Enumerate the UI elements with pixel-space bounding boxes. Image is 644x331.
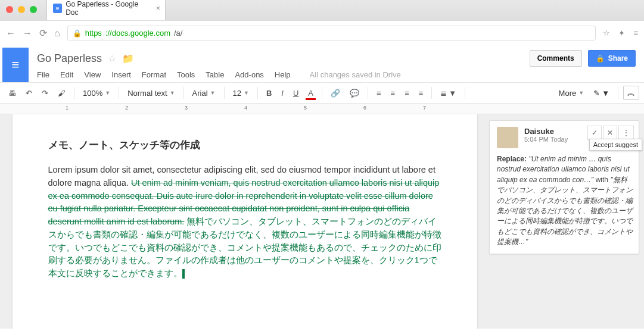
window-controls [6, 6, 37, 13]
editing-mode-button[interactable]: ✎▼ [590, 86, 613, 100]
link-button[interactable]: 🔗 [327, 86, 344, 100]
comments-button[interactable]: Comments [530, 50, 582, 67]
chrome-menu-icon[interactable]: ≡ [633, 29, 638, 38]
menu-edit[interactable]: Edit [60, 70, 73, 79]
bookmark-icon[interactable]: ☆ [603, 29, 610, 38]
redo-button[interactable]: ↷ [38, 86, 52, 100]
share-label: Share [608, 54, 628, 63]
align-center-button[interactable]: ≡ [387, 86, 399, 100]
reload-button[interactable]: ⟳ [39, 27, 47, 39]
minimize-window-button[interactable] [18, 6, 25, 13]
suggestion-card[interactable]: Daisuke 5:04 PM Today ✓ ✕ ⋮ Accept sugge… [489, 120, 639, 254]
suggestion-to: "無料でパソコン、タブレット、スマートフォンのどのディバイスからでも書類の確認・… [497, 176, 633, 246]
tooltip: Accept suggest [589, 139, 642, 151]
docs-favicon: ≡ [53, 4, 62, 13]
accept-suggestion-button[interactable]: ✓ [587, 126, 602, 140]
forward-button[interactable]: → [23, 28, 32, 39]
text-cursor [182, 269, 185, 279]
suggestion-action-label: Replace: [497, 155, 527, 163]
align-right-button[interactable]: ≡ [401, 86, 413, 100]
ruler[interactable]: 1 2 3 4 5 6 7 [0, 104, 644, 114]
menu-addons[interactable]: Add-ons [235, 70, 263, 79]
ruler-tick: 3 [185, 105, 188, 111]
suggestion-menu-button[interactable]: ⋮ [618, 126, 634, 140]
comment-button[interactable]: 💬 [346, 86, 363, 100]
undo-button[interactable]: ↶ [22, 86, 36, 100]
fontsize-dropdown[interactable]: 12▼ [229, 89, 253, 98]
page[interactable]: メモ、ノート、スケッチ等の作成 Lorem ipsum dolor sit am… [13, 114, 477, 329]
tab-strip: ≡ Go Paperless - Google Doc × [0, 0, 644, 20]
align-left-button[interactable]: ≡ [373, 86, 385, 100]
menu-format[interactable]: Format [142, 70, 166, 79]
doc-title[interactable]: Go Paperless [37, 52, 102, 65]
browser-chrome: ≡ Go Paperless - Google Doc × ← → ⟳ ⌂ 🔒 … [0, 0, 644, 45]
zoom-dropdown[interactable]: 100%▼ [79, 89, 114, 98]
more-dropdown[interactable]: More▼ [555, 89, 588, 98]
suggestion-user: Daisuke [524, 127, 568, 136]
bold-button[interactable]: B [263, 86, 275, 100]
reject-suggestion-button[interactable]: ✕ [603, 126, 617, 140]
url-path: /a/ [174, 29, 182, 38]
line-spacing-button[interactable]: ≣▼ [437, 86, 460, 100]
address-bar: ← → ⟳ ⌂ 🔒 https://docs.google.com/a/ ☆ ✦… [0, 20, 644, 45]
underline-button[interactable]: U [290, 86, 302, 100]
ruler-tick: 4 [244, 105, 247, 111]
lock-icon: 🔒 [596, 54, 605, 63]
suggestion-time: 5:04 PM Today [524, 136, 568, 143]
hide-menus-button[interactable]: ︽ [623, 86, 639, 100]
url-box[interactable]: 🔒 https://docs.google.com/a/ [67, 26, 596, 40]
menu-table[interactable]: Table [206, 70, 224, 79]
star-icon[interactable]: ☆ [108, 53, 116, 64]
ruler-tick: 2 [125, 105, 128, 111]
align-justify-button[interactable]: ≡ [415, 86, 427, 100]
ruler-tick: 5 [304, 105, 307, 111]
folder-icon[interactable]: 📁 [122, 53, 134, 64]
url-scheme: https [85, 29, 102, 38]
menu-help[interactable]: Help [275, 70, 291, 79]
italic-button[interactable]: I [278, 86, 287, 100]
text-color-button[interactable]: A [304, 86, 317, 100]
maximize-window-button[interactable] [30, 6, 37, 13]
toolbar: 🖶 ↶ ↷ 🖌 100%▼ Normal text▼ Arial▼ 12▼ B … [0, 82, 644, 104]
ruler-tick: 7 [423, 105, 426, 111]
print-button[interactable]: 🖶 [5, 86, 20, 100]
menu-bar: File Edit View Insert Format Tools Table… [37, 70, 636, 79]
docs-logo[interactable]: ≡ [2, 48, 29, 82]
save-status: All changes saved in Drive [310, 70, 401, 79]
suggestion-with: with [593, 176, 610, 184]
menu-file[interactable]: File [37, 70, 49, 79]
extension-icon[interactable]: ✦ [618, 29, 625, 38]
style-dropdown[interactable]: Normal text▼ [124, 89, 178, 98]
ruler-tick: 6 [363, 105, 366, 111]
lock-icon: 🔒 [73, 29, 82, 38]
share-button[interactable]: 🔒 Share [588, 50, 636, 67]
suggestion-panel: Daisuke 5:04 PM Today ✓ ✕ ⋮ Accept sugge… [489, 114, 644, 329]
menu-view[interactable]: View [84, 70, 101, 79]
avatar [497, 127, 518, 148]
tab-title: Go Paperless - Google Doc [66, 0, 148, 17]
close-window-button[interactable] [6, 6, 13, 13]
doc-heading: メモ、ノート、スケッチ等の作成 [48, 138, 441, 152]
menu-insert[interactable]: Insert [111, 70, 131, 79]
tab-close-icon[interactable]: × [156, 4, 160, 13]
doc-body: Lorem ipsum dolor sit amet, consectetur … [48, 164, 441, 280]
paint-format-button[interactable]: 🖌 [54, 86, 69, 100]
menu-tools[interactable]: Tools [177, 70, 195, 79]
url-host: ://docs.google.com [105, 29, 170, 38]
doc-area: メモ、ノート、スケッチ等の作成 Lorem ipsum dolor sit am… [0, 114, 644, 329]
docs-header: ≡ Go Paperless ☆ 📁 Comments 🔒 Share File… [0, 45, 644, 82]
font-dropdown[interactable]: Arial▼ [189, 89, 219, 98]
ruler-tick: 1 [66, 105, 69, 111]
home-button[interactable]: ⌂ [54, 28, 60, 39]
browser-tab[interactable]: ≡ Go Paperless - Google Doc × [46, 0, 166, 20]
back-button[interactable]: ← [6, 28, 15, 39]
suggestion-body: Replace: "Ut enim ad minim … quis nostru… [497, 154, 633, 248]
